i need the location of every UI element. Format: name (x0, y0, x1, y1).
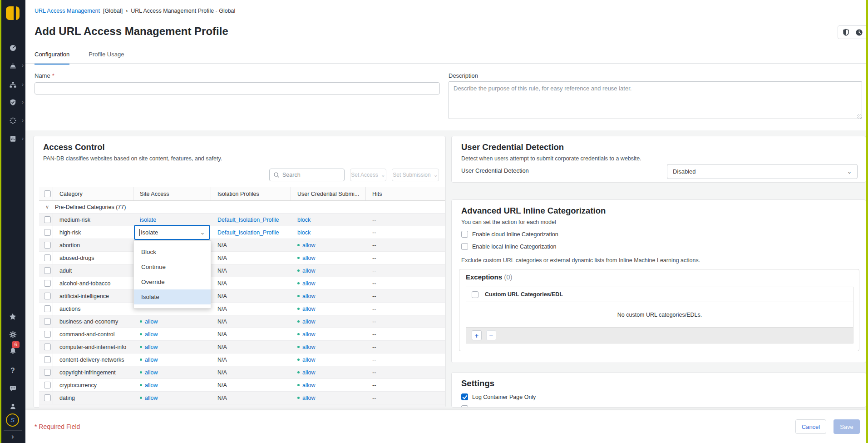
action-link[interactable]: allow (302, 331, 316, 338)
dropdown-option-override[interactable]: Override (134, 274, 211, 289)
palo-alto-logo-icon[interactable] (6, 6, 20, 20)
sidebar-item-user-icon[interactable] (0, 400, 25, 413)
row-checkbox[interactable] (44, 254, 51, 261)
action-link[interactable]: block (297, 229, 311, 236)
breadcrumb-link[interactable]: URL Access Management (35, 8, 100, 14)
action-link[interactable]: allow (302, 293, 316, 299)
ucd-select[interactable]: Disabled ⌄ (667, 164, 858, 179)
sidebar-item-reports-icon[interactable]: › (0, 132, 25, 145)
row-checkbox[interactable] (44, 382, 51, 388)
row-checkbox[interactable] (44, 229, 51, 236)
action-link[interactable]: allow (302, 280, 316, 287)
name-input[interactable] (35, 82, 440, 95)
row-checkbox[interactable] (44, 242, 51, 249)
isolation-profile-cell: N/A (211, 268, 291, 274)
resize-grip-icon[interactable] (857, 114, 862, 119)
tab-profile-usage[interactable]: Profile Usage (89, 51, 124, 65)
sidebar-item-network-icon[interactable]: › (0, 78, 25, 91)
search-input[interactable] (282, 172, 332, 178)
user-credential-submission-cell: allow (291, 255, 366, 261)
table-header-row: CategorySite AccessIsolation ProfilesUse… (39, 187, 445, 201)
action-link[interactable]: allow (302, 357, 316, 363)
sidebar-item-dashboard-icon[interactable] (0, 41, 25, 54)
action-link[interactable]: allow (145, 344, 158, 350)
cancel-button[interactable]: Cancel (795, 419, 826, 434)
action-link[interactable]: allow (302, 395, 316, 401)
add-exception-button[interactable]: + (472, 330, 482, 340)
cell-text: N/A (217, 382, 227, 388)
row-checkbox[interactable] (44, 394, 51, 401)
action-link[interactable]: allow (302, 306, 316, 312)
checkbox-label: Enable local Inline Categorization (472, 244, 557, 250)
row-checkbox[interactable] (44, 343, 51, 350)
dropdown-option-continue[interactable]: Continue (134, 259, 211, 274)
description-textarea[interactable] (449, 81, 862, 119)
sidebar-item-feedback-chat-icon[interactable] (0, 382, 25, 395)
sidebar-item-alerts-icon[interactable]: › (0, 59, 25, 72)
set-access-button[interactable]: Set Access⌄ (350, 169, 386, 181)
action-link[interactable]: allow (145, 331, 158, 338)
action-link[interactable]: allow (145, 357, 158, 363)
advanced-subtitle: You can set the action for each model (461, 219, 556, 225)
row-checkbox[interactable] (44, 305, 51, 312)
hits-cell: -- (366, 369, 445, 376)
checkbox[interactable] (461, 243, 468, 250)
checkbox[interactable] (461, 393, 468, 400)
row-checkbox[interactable] (44, 216, 51, 223)
dropdown-option-allow[interactable]: Allow (134, 240, 211, 244)
sidebar-item-security-shield-icon[interactable]: › (0, 96, 25, 109)
avatar[interactable]: S (6, 413, 19, 427)
settings-title: Settings (461, 378, 494, 388)
set-submission-button[interactable]: Set Submission⌄ (392, 169, 439, 181)
select-all-checkbox[interactable] (44, 190, 51, 197)
row-checkbox[interactable] (44, 267, 51, 274)
row-checkbox[interactable] (44, 293, 51, 299)
collapse-chevron-icon[interactable]: ∨ (45, 204, 49, 210)
action-link[interactable]: allow (145, 369, 158, 376)
remove-exception-button[interactable]: − (486, 330, 496, 340)
row-checkbox[interactable] (44, 356, 51, 363)
tab-configuration[interactable]: Configuration (35, 51, 69, 65)
action-link[interactable]: block (297, 217, 311, 223)
action-link[interactable]: allow (145, 382, 158, 388)
action-link[interactable]: allow (302, 369, 316, 376)
table-row: adultN/Aallow-- (39, 264, 445, 277)
action-link[interactable]: allow (302, 242, 316, 249)
save-button[interactable]: Save (833, 419, 860, 434)
action-link[interactable]: allow (145, 319, 158, 325)
hits-cell: -- (366, 357, 445, 363)
sidebar-item-favorites-star-icon[interactable] (0, 310, 25, 323)
dropdown-option-isolate[interactable]: Isolate (134, 289, 211, 304)
action-link[interactable]: allow (302, 268, 316, 274)
action-link[interactable]: allow (302, 255, 316, 261)
action-link[interactable]: Default_Isolation_Profile (217, 217, 279, 223)
action-link[interactable]: allow (145, 395, 158, 401)
dropdown-option-block[interactable]: Block (134, 244, 211, 259)
action-link[interactable]: isolate (140, 217, 156, 223)
tab-bar-divider (25, 63, 866, 64)
action-link[interactable]: allow (302, 344, 316, 350)
action-link[interactable]: allow (302, 382, 316, 388)
row-checkbox[interactable] (44, 280, 51, 287)
sidebar-expand-chevron-icon[interactable]: › (0, 433, 25, 441)
action-link[interactable]: Default_Isolation_Profile (217, 229, 279, 236)
sidebar-item-settings-gear-icon[interactable] (0, 328, 25, 341)
checkbox[interactable] (461, 231, 468, 238)
checkbox-label: Log Container Page Only (472, 394, 536, 400)
allow-dot-icon (297, 346, 300, 348)
allow-dot-icon (140, 333, 142, 335)
row-checkbox[interactable] (44, 331, 51, 338)
action-link[interactable]: allow (302, 319, 316, 325)
sidebar-item-workflows-icon[interactable]: › (0, 114, 25, 127)
sidebar-item-notifications-bell-icon[interactable]: 6 (0, 344, 25, 357)
shield-toggle-icon[interactable] (842, 29, 850, 36)
checkbox[interactable] (461, 405, 468, 408)
row-checkbox[interactable] (44, 318, 51, 325)
category-cell: high-risk (53, 229, 133, 236)
history-toggle-icon[interactable] (855, 29, 863, 36)
exceptions-select-all-checkbox[interactable] (472, 291, 478, 298)
site-access-combobox[interactable]: Isolate ⌄ (134, 225, 210, 240)
sidebar-item-help-icon[interactable]: ? (0, 364, 25, 377)
group-row[interactable]: ∨ Pre-Defined Categories (77) (39, 201, 445, 214)
row-checkbox[interactable] (44, 369, 51, 376)
